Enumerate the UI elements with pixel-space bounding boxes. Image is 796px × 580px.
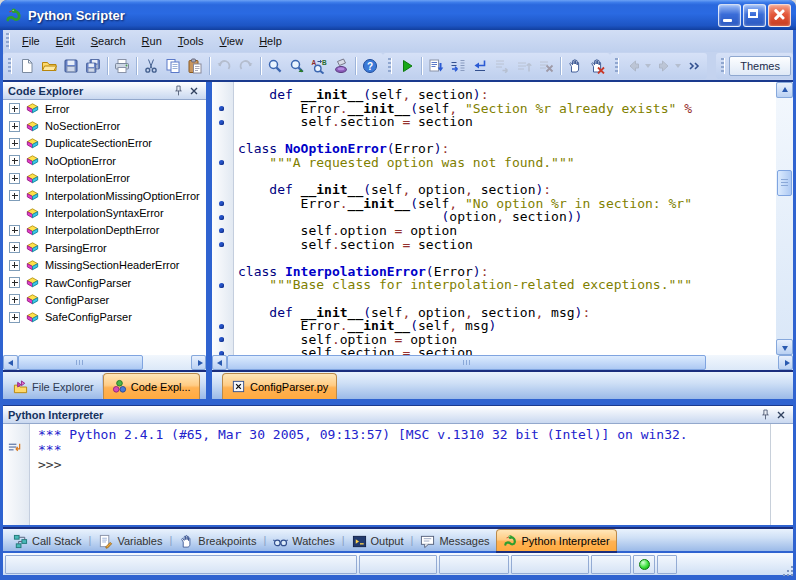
scrollbar-thumb[interactable] <box>18 355 143 370</box>
redo-button[interactable] <box>235 55 257 77</box>
tab-messages[interactable]: Messages <box>414 531 495 551</box>
tab-configparser-py[interactable]: ConfigParser.py <box>222 373 337 399</box>
tree-item-interpolationmissingoptionerror[interactable]: InterpolationMissingOptionError <box>3 187 206 204</box>
expand-icon[interactable] <box>9 242 20 253</box>
forward-button[interactable] <box>653 55 683 77</box>
menu-view[interactable]: View <box>211 32 251 50</box>
step-return-button[interactable] <box>469 55 491 77</box>
tab-output[interactable]: Output <box>346 531 410 551</box>
code-line[interactable]: Error.__init__(self, msg) <box>234 319 776 333</box>
run-button[interactable] <box>396 55 418 77</box>
step-into-button[interactable] <box>447 55 469 77</box>
expand-icon[interactable] <box>9 173 20 184</box>
code-line[interactable]: def __init__(self, option, section): <box>234 183 776 197</box>
code-line[interactable]: """Base class for interpolation-related … <box>234 278 776 292</box>
back-button[interactable] <box>623 55 653 77</box>
interpreter-line[interactable]: >>> <box>30 457 793 472</box>
scroll-right-button[interactable] <box>191 355 206 370</box>
code-line[interactable] <box>234 251 776 265</box>
expand-icon[interactable] <box>9 138 20 149</box>
tab-code-expl[interactable]: Code Expl... <box>103 373 200 399</box>
scroll-up-button[interactable] <box>776 82 793 98</box>
code-line[interactable]: self.option = option <box>234 224 776 238</box>
scrollbar-thumb[interactable] <box>227 355 706 370</box>
code-line[interactable]: class NoOptionError(Error): <box>234 142 776 156</box>
code-line[interactable]: class InterpolationError(Error): <box>234 265 776 279</box>
scroll-left-button[interactable] <box>212 355 227 370</box>
syntax-style-button[interactable] <box>330 55 352 77</box>
interpreter-line[interactable]: *** Python 2.4.1 (#65, Mar 30 2005, 09:1… <box>30 427 793 442</box>
clear-breakpoints-button[interactable] <box>586 55 608 77</box>
save-all-button[interactable] <box>82 55 104 77</box>
editor-horizontal-scrollbar[interactable] <box>212 355 793 370</box>
code-line[interactable]: Error.__init__(self, "No option %r in se… <box>234 197 776 211</box>
tree-item-interpolationdeptherror[interactable]: InterpolationDepthError <box>3 222 206 239</box>
step-out-button[interactable] <box>513 55 535 77</box>
expand-icon[interactable] <box>9 277 20 288</box>
scrollbar-thumb[interactable] <box>777 170 792 196</box>
themes-button[interactable]: Themes <box>729 56 791 76</box>
tab-file-explorer[interactable]: File Explorer <box>5 375 103 399</box>
tree-item-interpolationerror[interactable]: InterpolationError <box>3 170 206 187</box>
execute-selection-button[interactable] <box>425 55 447 77</box>
code-line[interactable] <box>234 129 776 143</box>
code-line[interactable]: self.section = section <box>234 115 776 129</box>
tree-item-interpolationsyntaxerror[interactable]: InterpolationSyntaxError <box>3 204 206 221</box>
tree-item-duplicatesectionerror[interactable]: DuplicateSectionError <box>3 135 206 152</box>
menu-file[interactable]: File <box>14 32 48 50</box>
toggle-breakpoint-button[interactable] <box>564 55 586 77</box>
code-line[interactable]: def __init__(self, section): <box>234 88 776 102</box>
find-button[interactable] <box>264 55 286 77</box>
close-button[interactable] <box>768 4 791 27</box>
code-line[interactable]: self.section = section <box>234 238 776 252</box>
menu-edit[interactable]: Edit <box>48 32 83 50</box>
paste-button[interactable] <box>184 55 206 77</box>
maximize-button[interactable] <box>743 4 766 27</box>
expand-icon[interactable] <box>9 312 20 323</box>
editor-vertical-scrollbar[interactable] <box>776 82 793 355</box>
expand-icon[interactable] <box>9 260 20 271</box>
pin-panel-button[interactable] <box>758 407 773 422</box>
toolbar-grip[interactable] <box>388 58 392 74</box>
help-button[interactable] <box>359 55 381 77</box>
tree-item-missingsectionheadererror[interactable]: MissingSectionHeaderError <box>3 257 206 274</box>
scroll-left-button[interactable] <box>3 355 18 370</box>
menu-search[interactable]: Search <box>83 32 134 50</box>
resize-grip[interactable] <box>781 566 793 578</box>
tab-variables[interactable]: Variables <box>92 531 168 551</box>
scrollbar-track[interactable] <box>18 355 191 370</box>
abort-debug-button[interactable] <box>535 55 557 77</box>
tree-item-nosectionerror[interactable]: NoSectionError <box>3 117 206 134</box>
editor-gutter[interactable] <box>212 82 234 355</box>
tab-watches[interactable]: Watches <box>267 531 340 551</box>
copy-button[interactable] <box>162 55 184 77</box>
close-panel-button[interactable] <box>773 407 788 422</box>
expand-icon[interactable] <box>9 121 20 132</box>
scroll-right-button[interactable] <box>778 355 793 370</box>
toolbar-grip[interactable] <box>8 58 12 74</box>
code-editor[interactable]: def __init__(self, section): Error.__ini… <box>212 82 793 355</box>
tree-item-rawconfigparser[interactable]: RawConfigParser <box>3 274 206 291</box>
close-panel-button[interactable] <box>186 83 201 98</box>
code-line[interactable]: self.option = option <box>234 333 776 347</box>
code-line[interactable]: Error.__init__(self, "Section %r already… <box>234 102 776 116</box>
tree-item-safeconfigparser[interactable]: SafeConfigParser <box>3 309 206 326</box>
print-button[interactable] <box>111 55 133 77</box>
pin-panel-button[interactable] <box>171 83 186 98</box>
tree-item-parsingerror[interactable]: ParsingError <box>3 239 206 256</box>
minimize-button[interactable] <box>718 4 741 27</box>
replace-button[interactable] <box>308 55 330 77</box>
tab-breakpoints[interactable]: Breakpoints <box>173 531 262 551</box>
toolbar-overflow-button[interactable] <box>683 55 705 77</box>
expand-icon[interactable] <box>9 155 20 166</box>
tab-python-interpreter[interactable]: Python Interpreter <box>496 529 617 551</box>
menu-help[interactable]: Help <box>251 32 290 50</box>
scrollbar-track[interactable] <box>227 355 778 370</box>
step-over-button[interactable] <box>491 55 513 77</box>
menu-run[interactable]: Run <box>134 32 170 50</box>
tree-item-configparser[interactable]: ConfigParser <box>3 291 206 308</box>
interpreter-line[interactable]: *** <box>30 442 793 457</box>
tree-item-nooptionerror[interactable]: NoOptionError <box>3 152 206 169</box>
menu-tools[interactable]: Tools <box>170 32 212 50</box>
expand-icon[interactable] <box>9 103 20 114</box>
